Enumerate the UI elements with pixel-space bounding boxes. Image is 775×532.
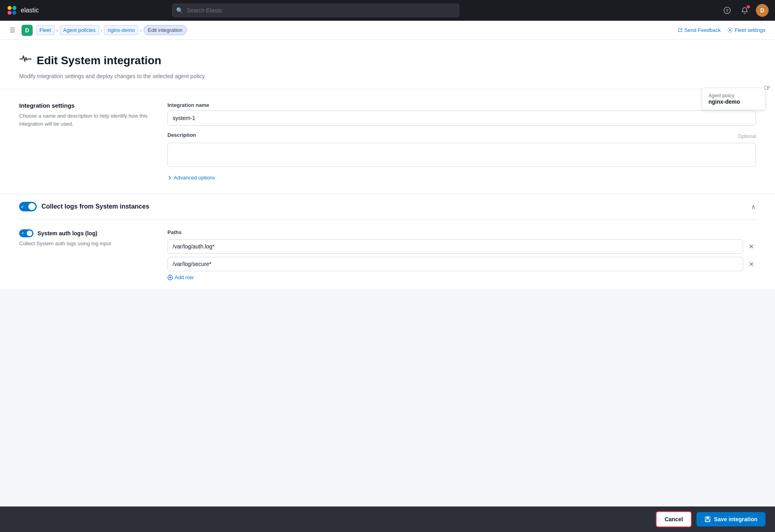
add-row-button[interactable]: Add row xyxy=(167,274,194,280)
page-wrapper: Agent policy nginx-demo ☞ Edit System in… xyxy=(0,40,775,322)
breadcrumb-bar: ☰ D Fleet › Agent policies › nginx-demo … xyxy=(0,21,775,40)
breadcrumb-current: Edit integration xyxy=(144,25,187,35)
workspace-icon[interactable]: D xyxy=(22,25,33,36)
path-remove-btn-0[interactable]: ✕ xyxy=(746,242,756,251)
paths-label: Paths xyxy=(167,229,756,235)
page-subtitle: Modify integration settings and deploy c… xyxy=(19,73,756,79)
integration-name-input[interactable] xyxy=(167,110,756,126)
collect-logs-body: ✓ System auth logs (log) Collect System … xyxy=(19,220,756,290)
auth-logs-toggle[interactable]: ✓ xyxy=(19,229,33,237)
chevron-right-icon xyxy=(167,175,172,180)
top-nav: elastic 🔍 ? D xyxy=(0,0,775,21)
plus-circle-icon xyxy=(167,275,173,280)
search-input[interactable] xyxy=(172,4,459,17)
breadcrumb-fleet[interactable]: Fleet xyxy=(36,25,55,35)
elastic-logo-text: elastic xyxy=(21,7,39,14)
integration-name-field: Integration name xyxy=(167,102,756,126)
breadcrumb-actions: Send Feedback Fleet settings xyxy=(678,27,765,33)
svg-point-6 xyxy=(729,30,731,31)
cursor-pointer: ☞ xyxy=(764,83,771,93)
svg-point-0 xyxy=(8,6,12,10)
collapse-icon[interactable]: ∧ xyxy=(751,203,756,211)
collect-logs-section: ✓ Collect logs from System instances ∧ ✓… xyxy=(0,194,775,290)
nav-actions: ? D xyxy=(721,4,769,17)
integration-settings-desc: Choose a name and description to help id… xyxy=(19,112,155,128)
gear-icon xyxy=(727,27,733,33)
breadcrumb-sep-3: › xyxy=(140,27,142,33)
page-title: Edit System integration xyxy=(37,54,161,67)
paths-right: Paths ✕ ✕ Add row xyxy=(167,229,756,280)
breadcrumb-items: Fleet › Agent policies › nginx-demo › Ed… xyxy=(36,25,678,35)
optional-label: Optional xyxy=(738,134,756,139)
auth-logs-header: ✓ System auth logs (log) xyxy=(19,229,155,237)
svg-point-2 xyxy=(8,11,12,15)
agent-policy-tooltip: Agent policy nginx-demo xyxy=(702,88,765,110)
collect-logs-grid: ✓ System auth logs (log) Collect System … xyxy=(19,229,756,280)
user-avatar[interactable]: D xyxy=(756,4,769,17)
notifications-icon[interactable] xyxy=(738,4,751,17)
description-field: Description Optional xyxy=(167,132,756,168)
elastic-logo[interactable]: elastic xyxy=(6,5,39,16)
description-textarea[interactable] xyxy=(167,143,756,167)
external-link-icon xyxy=(678,28,683,33)
breadcrumb-agent-policies[interactable]: Agent policies xyxy=(60,25,99,35)
integration-settings-title: Integration settings xyxy=(19,102,155,109)
integration-name-label: Integration name xyxy=(167,102,756,108)
path-row-0: ✕ xyxy=(167,239,756,254)
svg-point-3 xyxy=(12,11,16,15)
collect-logs-toggle[interactable]: ✓ xyxy=(19,202,37,211)
svg-point-1 xyxy=(12,6,16,10)
help-icon[interactable]: ? xyxy=(721,4,734,17)
auth-toggle-check-icon: ✓ xyxy=(21,231,24,235)
page-header: Edit System integration Modify integrati… xyxy=(0,40,775,89)
breadcrumb-sep-2: › xyxy=(101,27,103,33)
toggle-check-icon: ✓ xyxy=(21,205,24,209)
integration-settings-right: Integration name Description Optional Ad… xyxy=(167,102,756,181)
integration-settings-left: Integration settings Choose a name and d… xyxy=(19,102,155,128)
path-remove-btn-1[interactable]: ✕ xyxy=(746,259,756,269)
collect-logs-left: ✓ System auth logs (log) Collect System … xyxy=(19,229,155,246)
hamburger-menu[interactable]: ☰ xyxy=(10,26,15,34)
collect-logs-header-left: ✓ Collect logs from System instances xyxy=(19,202,149,211)
description-label: Description xyxy=(167,132,196,138)
path-input-0[interactable] xyxy=(167,239,743,254)
svg-text:?: ? xyxy=(726,8,728,13)
collect-logs-title: Collect logs from System instances xyxy=(41,203,149,210)
breadcrumb-nginx-demo[interactable]: nginx-demo xyxy=(104,25,138,35)
auth-logs-desc: Collect System auth logs using log input xyxy=(19,240,155,246)
page-title-row: Edit System integration xyxy=(19,53,756,68)
description-label-row: Description Optional xyxy=(167,132,756,140)
integration-settings-grid: Integration settings Choose a name and d… xyxy=(19,102,756,181)
auth-logs-title: System auth logs (log) xyxy=(37,230,97,236)
advanced-options-link[interactable]: Advanced options xyxy=(167,175,215,181)
agent-policy-value: nginx-demo xyxy=(708,99,759,105)
send-feedback-link[interactable]: Send Feedback xyxy=(678,27,721,33)
integration-settings-section: Integration settings Choose a name and d… xyxy=(0,89,775,194)
breadcrumb-sep-1: › xyxy=(56,27,58,33)
fleet-settings-link[interactable]: Fleet settings xyxy=(727,27,765,33)
path-row-1: ✕ xyxy=(167,257,756,271)
search-icon: 🔍 xyxy=(176,7,183,14)
agent-policy-label: Agent policy xyxy=(708,93,759,99)
search-bar-container: 🔍 xyxy=(172,4,459,17)
elastic-logo-icon xyxy=(6,5,18,16)
heartbeat-icon xyxy=(19,53,32,68)
path-input-1[interactable] xyxy=(167,257,743,271)
collect-logs-header: ✓ Collect logs from System instances ∧ xyxy=(19,194,756,220)
